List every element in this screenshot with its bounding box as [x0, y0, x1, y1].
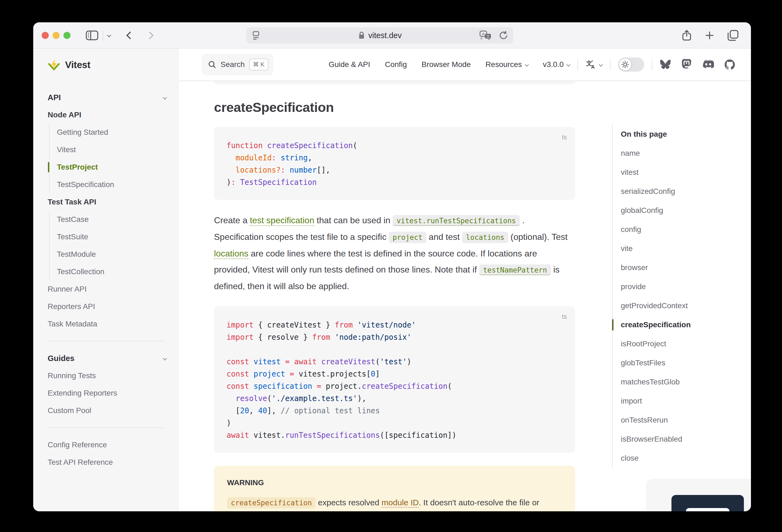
aside-item-globalconfig[interactable]: globalConfig — [621, 201, 743, 220]
discord-link[interactable] — [702, 60, 714, 69]
sidebar-item-getting-started[interactable]: Getting Started — [57, 123, 166, 141]
on-this-page-title: On this page — [621, 125, 743, 144]
text-run: expects resolved — [316, 498, 382, 507]
sidebar-item-config-reference[interactable]: Config Reference — [48, 436, 166, 454]
nav-link-browser-mode[interactable]: Browser Mode — [422, 60, 471, 69]
aside-item-getprovidedcontext[interactable]: getProvidedContext — [621, 296, 743, 315]
nav-link-v3-0-0[interactable]: v3.0.0 — [543, 60, 570, 69]
aside-item-browser[interactable]: browser — [621, 258, 743, 277]
aside-item-vitest[interactable]: vitest — [621, 163, 743, 182]
sidebar: APINode APIGetting StartedVitestTestProj… — [33, 81, 179, 511]
aside-item-close[interactable]: close — [621, 449, 743, 468]
aside-item-matchestestglob[interactable]: matchesTestGlob — [621, 373, 743, 391]
logo-text: Vitest — [65, 59, 91, 70]
sidebar-label: API — [48, 93, 61, 102]
sidebar-item-runner-api[interactable]: Runner API — [48, 280, 166, 298]
github-link[interactable] — [724, 59, 735, 70]
nav-link-guide-api[interactable]: Guide & API — [329, 60, 370, 69]
sidebar-menu-chevron[interactable] — [108, 34, 111, 37]
url-bar[interactable]: vitest.dev A文 — [246, 27, 513, 43]
inline-link-locations[interactable]: locations — [214, 249, 248, 259]
reload-button[interactable] — [499, 31, 508, 40]
sidebar-item-testspecification[interactable]: TestSpecification — [57, 176, 166, 193]
inline-code-link-testnamepattern[interactable]: testNamePattern — [479, 264, 551, 275]
code-token: await — [294, 357, 317, 366]
code-token: : — [272, 153, 276, 162]
sidebar-item-testcase[interactable]: TestCase — [57, 211, 166, 228]
aside-item-import[interactable]: import — [621, 391, 743, 411]
nav-link-resources[interactable]: Resources — [486, 60, 528, 69]
theme-toggle[interactable] — [618, 58, 644, 72]
site-header: Vitest Search ⌘ K Guide & APIConfigBrows… — [33, 48, 751, 81]
inline-code-link-vitest-runtestspecifications[interactable]: vitest.runTestSpecifications — [393, 215, 520, 226]
code-token: , — [308, 153, 312, 162]
nav-link-config[interactable]: Config — [385, 60, 407, 69]
sidebar-item-task-metadata[interactable]: Task Metadata — [48, 315, 166, 333]
previous-code-block-edge — [214, 81, 575, 84]
code-line: await vitest.runTestSpecifications([spec… — [226, 429, 563, 441]
zoom-window-button[interactable] — [64, 32, 71, 39]
aside-item-provide[interactable]: provide — [621, 277, 743, 296]
code-token: const — [226, 357, 249, 366]
minimize-window-button[interactable] — [52, 32, 60, 39]
language-menu[interactable]: 文A — [586, 59, 602, 70]
search-shortcut: ⌘ K — [249, 59, 269, 71]
sidebar-item-testsuite[interactable]: TestSuite — [57, 228, 166, 246]
close-window-button[interactable] — [42, 32, 49, 39]
code-block-signature[interactable]: ts function createSpecification( moduleI… — [214, 127, 575, 200]
sidebar-item-vitest[interactable]: Vitest — [57, 141, 166, 158]
code-block-example[interactable]: ts import { createVitest } from 'vitest/… — [214, 306, 575, 453]
sidebar-item-test-api-reference[interactable]: Test API Reference — [48, 454, 166, 471]
sidebar-item-running-tests[interactable]: Running Tests — [48, 367, 166, 384]
tab-overview-icon — [727, 29, 739, 41]
aside-item-name[interactable]: name — [621, 144, 743, 163]
aside-item-isbrowserenabled[interactable]: isBrowserEnabled — [621, 430, 743, 449]
bluesky-link[interactable] — [660, 60, 671, 69]
warning-link-module-id[interactable]: module ID — [382, 498, 419, 508]
code-line — [226, 343, 563, 356]
code-token: = — [317, 382, 321, 390]
back-button[interactable] — [128, 33, 133, 38]
reader-view-icon[interactable] — [251, 31, 260, 40]
sidebar-item-node-api[interactable]: Node API — [48, 106, 166, 123]
new-tab-button[interactable] — [705, 31, 714, 40]
sidebar-item-extending-reporters[interactable]: Extending Reporters — [48, 384, 166, 402]
sidebar-item-testcollection[interactable]: TestCollection — [57, 263, 166, 280]
sidebar-label: Custom Pool — [48, 406, 91, 415]
code-token: ( — [375, 357, 380, 366]
inline-code-project[interactable]: project — [389, 232, 426, 243]
sidebar-item-custom-pool[interactable]: Custom Pool — [48, 402, 166, 419]
sidebar-item-testmodule[interactable]: TestModule — [57, 246, 166, 263]
translate-button[interactable]: A文 — [479, 31, 492, 40]
code-line: ) — [226, 417, 563, 429]
aside-item-serializedconfig[interactable]: serializedConfig — [621, 182, 743, 201]
search-button[interactable]: Search ⌘ K — [202, 54, 273, 75]
sidebar-item-testproject[interactable]: TestProject — [57, 158, 166, 176]
browser-window: vitest.dev A文 — [33, 22, 751, 511]
aside-item-config[interactable]: config — [621, 220, 743, 239]
sidebar-section-api[interactable]: API — [48, 89, 166, 106]
logo[interactable]: Vitest — [33, 48, 179, 81]
aside-item-createspecification[interactable]: createSpecification — [621, 315, 743, 334]
code-token: const — [226, 382, 249, 390]
mastodon-link[interactable] — [681, 59, 691, 70]
sidebar-section-guides[interactable]: Guides — [48, 350, 166, 367]
sidebar-toggle-button[interactable] — [86, 30, 98, 41]
search-label: Search — [220, 60, 245, 69]
aside-item-vite[interactable]: vite — [621, 239, 743, 258]
inline-link-test-specification[interactable]: test specification — [250, 215, 315, 226]
aside-item-isrootproject[interactable]: isRootProject — [621, 334, 743, 353]
share-button[interactable] — [681, 29, 692, 41]
sidebar-item-reporters-api[interactable]: Reporters API — [48, 298, 166, 315]
tab-overview-button[interactable] — [727, 29, 739, 41]
forward-button[interactable] — [147, 33, 152, 38]
code-token: ( — [353, 141, 357, 150]
inline-code-locations[interactable]: locations — [462, 232, 508, 243]
sidebar-divider — [48, 427, 165, 428]
sidebar-item-test-task-api[interactable]: Test Task API — [48, 193, 166, 211]
code-token — [249, 369, 254, 378]
aside-item-globtestfiles[interactable]: globTestFiles — [621, 353, 743, 373]
text-run: and test — [426, 232, 462, 242]
aside-item-ontestsrerun[interactable]: onTestsRerun — [621, 411, 743, 430]
sponsor-card[interactable]: </> — [646, 478, 751, 511]
